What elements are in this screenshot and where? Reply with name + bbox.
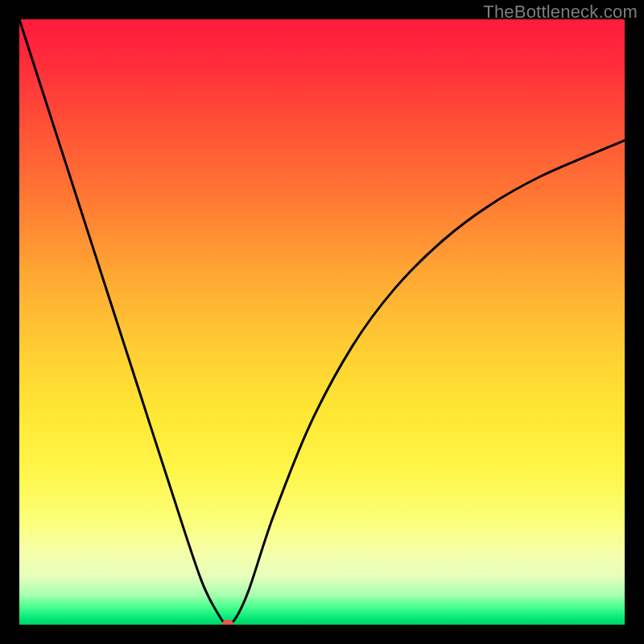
bottleneck-curve (19, 19, 625, 625)
optimum-marker (222, 620, 233, 625)
outer-frame: TheBottleneck.com (0, 0, 644, 644)
curve-path (19, 19, 625, 625)
plot-area (19, 19, 625, 625)
